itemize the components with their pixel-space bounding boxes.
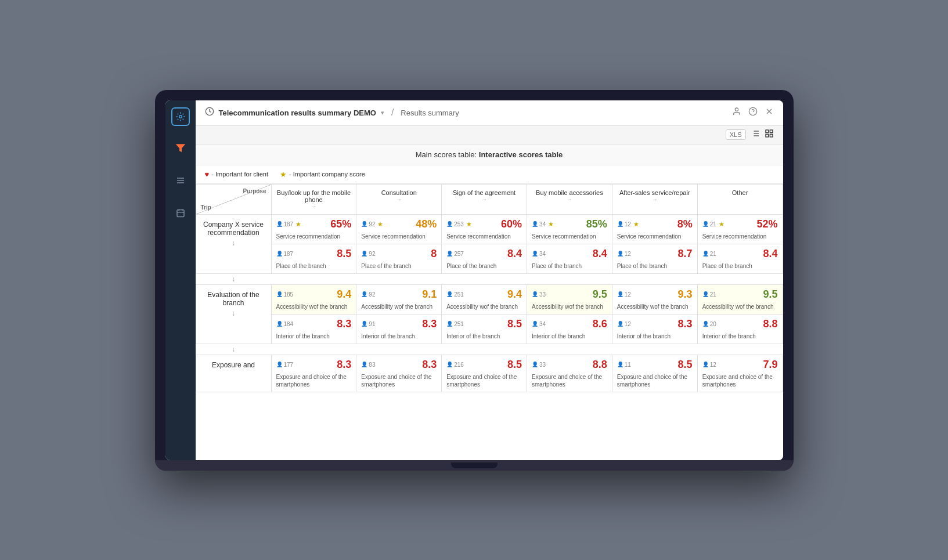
header-right (732, 107, 774, 118)
xls-button[interactable]: XLS (726, 129, 746, 140)
table-row: 👤 2519.4Accessibility wof the branch (442, 284, 527, 314)
svg-point-10 (735, 108, 738, 111)
col-header-other: Other (697, 184, 783, 214)
table-row: 👤 2168.5Exposure and choice of the smart… (442, 355, 527, 392)
section-arrow: ↓ (196, 273, 271, 284)
table-row: 👤 338.8Exposure and choice of the smartp… (527, 355, 612, 392)
table-row: 👤 339.5Accessibility wof the branch (527, 284, 612, 314)
legend-client: ♥ - Important for client (205, 170, 269, 179)
header-separator: / (391, 107, 394, 118)
app-logo[interactable] (171, 107, 190, 126)
help-icon[interactable] (748, 107, 758, 118)
col-header-aftersales: After-sales service/repair → (612, 184, 697, 214)
svg-rect-5 (177, 209, 184, 216)
table-row: 👤 118.5Exposure and choice of the smartp… (612, 355, 697, 392)
main-content: Telecommunication results summary DEMO ▾… (196, 100, 783, 460)
svg-rect-24 (770, 134, 773, 137)
table-row: 👤 21★52%Service recommendation (697, 214, 783, 244)
heart-icon: ♥ (205, 170, 210, 179)
close-icon[interactable] (765, 107, 774, 118)
trip-purpose-header: Purpose Trip (196, 184, 271, 214)
grid-view-icon[interactable] (765, 129, 774, 140)
table-title: Main scores table: Interactive scores ta… (196, 144, 783, 165)
table-row: 👤 1848.3Interior of the branch (271, 314, 356, 344)
table-row: 👤 2578.4Place of the branch (442, 244, 527, 273)
table-row: 👤 2518.5Interior of the branch (442, 314, 527, 344)
row-header: Company X service recommendation↓ (196, 214, 271, 273)
table-row: 👤 253★60%Service recommendation (442, 214, 527, 244)
svg-rect-22 (770, 130, 773, 133)
list-view-icon[interactable] (751, 129, 760, 140)
legend: ♥ - Important for client ★ - Important c… (196, 165, 783, 184)
scores-table: Purpose Trip Buy/look up for the mobile … (196, 184, 783, 392)
svg-marker-1 (176, 144, 184, 151)
table-row: 👤 1878.5Place of the branch (271, 244, 356, 273)
svg-point-0 (179, 115, 182, 118)
legend-client-text: - Important for client (211, 171, 268, 178)
table-row: 👤 218.4Place of the branch (697, 244, 783, 273)
header-clock-icon (205, 107, 214, 118)
col-header-consultation: Consultation → (356, 184, 442, 214)
legend-company-text: - Important company score (289, 171, 365, 178)
header-chevron-icon[interactable]: ▾ (381, 109, 384, 117)
header-title: Telecommunication results summary DEMO (219, 109, 376, 117)
table-container: Main scores table: Interactive scores ta… (196, 144, 783, 460)
sidebar (165, 100, 196, 460)
toolbar: XLS (196, 126, 783, 144)
svg-rect-21 (766, 130, 769, 133)
header: Telecommunication results summary DEMO ▾… (196, 100, 783, 126)
table-row: 👤 928Place of the branch (356, 244, 442, 273)
table-row: 👤 838.3Exposure and choice of the smartp… (356, 355, 442, 392)
sidebar-calendar-icon[interactable] (172, 205, 189, 223)
user-icon[interactable] (732, 107, 741, 118)
row-header: Evaluation of the branch↓ (196, 284, 271, 344)
table-row: 👤 219.5Accessibility wof the branch (697, 284, 783, 314)
row-header: Exposure and (196, 355, 271, 392)
table-row: 👤 34★85%Service recommendation (527, 214, 612, 244)
table-row: 👤 1859.4Accessibility wof the branch (271, 284, 356, 314)
table-row: 👤 12★8%Service recommendation (612, 214, 697, 244)
svg-rect-23 (766, 134, 769, 137)
section-arrow: ↓ (196, 344, 271, 355)
sidebar-hamburger-icon[interactable] (172, 172, 189, 191)
table-row: 👤 127.9Exposure and choice of the smartp… (697, 355, 783, 392)
table-row: 👤 129.3Accessibility wof the branch (612, 284, 697, 314)
col-header-buy-mobile: Buy/look up for the mobile phone → (271, 184, 356, 214)
header-left: Telecommunication results summary DEMO ▾… (205, 107, 459, 118)
purpose-label: Purpose (243, 188, 266, 194)
sidebar-filter-icon[interactable] (172, 140, 189, 158)
table-row: 👤 208.8Interior of the branch (697, 314, 783, 344)
header-subtitle: Results summary (401, 109, 459, 117)
col-header-sign-agreement: Sign of the agreement → (442, 184, 527, 214)
table-row: 👤 128.3Interior of the branch (612, 314, 697, 344)
star-icon: ★ (280, 170, 287, 179)
table-row: 👤 348.4Place of the branch (527, 244, 612, 273)
trip-label: Trip (201, 204, 211, 211)
col-header-buy-accessories: Buy mobile accessories → (527, 184, 612, 214)
table-row: 👤 1778.3Exposure and choice of the smart… (271, 355, 356, 392)
table-row: 👤 929.1Accessibility wof the branch (356, 284, 442, 314)
table-row: 👤 187★65%Service recommendation (271, 214, 356, 244)
table-row: 👤 348.6Interior of the branch (527, 314, 612, 344)
table-row: 👤 918.3Interior of the branch (356, 314, 442, 344)
table-row: 👤 92★48%Service recommendation (356, 214, 442, 244)
table-row: 👤 128.7Place of the branch (612, 244, 697, 273)
legend-company: ★ - Important company score (280, 170, 365, 179)
